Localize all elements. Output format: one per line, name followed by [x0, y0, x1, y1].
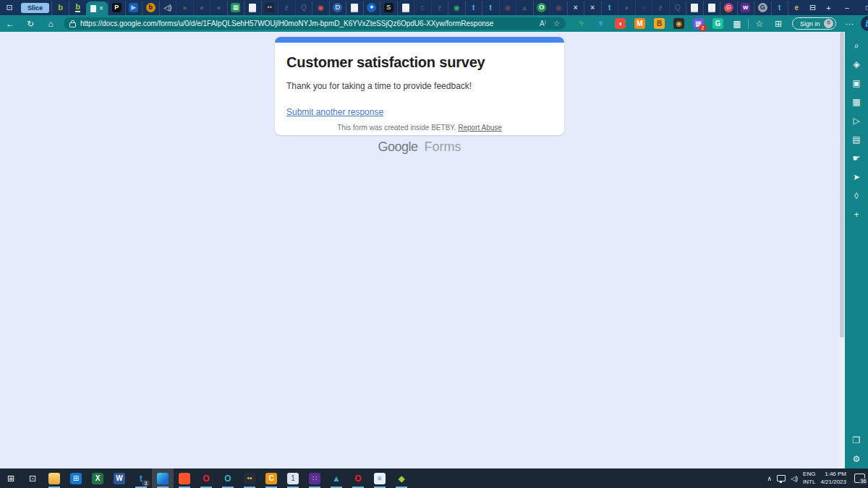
settings-more-icon[interactable]: ···: [841, 19, 859, 29]
tab-document[interactable]: [686, 1, 703, 15]
tab-twitter[interactable]: t: [482, 1, 499, 15]
ext-red-ball[interactable]: ◖: [610, 15, 630, 32]
tab-video-player[interactable]: ▶: [125, 1, 142, 15]
tab-circle-dim[interactable]: ○: [635, 1, 652, 15]
tab-close-icon[interactable]: ×: [99, 4, 103, 12]
sidebar-panel-icon[interactable]: ❐: [845, 431, 868, 450]
notification-center-icon[interactable]: 36: [854, 474, 865, 483]
back-button[interactable]: ←: [0, 19, 20, 29]
word[interactable]: W: [109, 468, 130, 488]
ext-gold-coin[interactable]: B: [650, 15, 669, 32]
microsoft-store[interactable]: ⊞: [65, 468, 87, 488]
tab-green-circle[interactable]: ◉: [448, 1, 465, 15]
tab-dot-brown-1[interactable]: ●: [176, 1, 193, 15]
tray-chevron-icon[interactable]: ∧: [767, 475, 773, 482]
tab-red-dim[interactable]: ◉: [499, 1, 516, 15]
c-circle-app[interactable]: C: [260, 468, 282, 488]
brave-browser[interactable]: [174, 468, 195, 488]
tab-o-green[interactable]: O: [533, 1, 550, 15]
edge-browser[interactable]: [152, 468, 174, 488]
sidebar-search-icon[interactable]: ⌕: [845, 36, 868, 55]
tab-document[interactable]: [244, 1, 261, 15]
new-tab-button[interactable]: +: [821, 4, 837, 12]
sidebar-video-icon[interactable]: ▷: [845, 111, 868, 130]
ext-purple-wallet[interactable]: ▦2: [689, 15, 708, 32]
sidebar-send-icon[interactable]: ➤: [845, 168, 868, 187]
tab-e-gold[interactable]: e: [788, 1, 805, 15]
url-text[interactable]: https://docs.google.com/forms/u/0/d/e/1F…: [80, 20, 535, 27]
file-explorer[interactable]: [43, 468, 65, 488]
tab-twitter[interactable]: t: [771, 1, 788, 15]
excel[interactable]: X: [87, 468, 109, 488]
tab-instagram[interactable]: ⊙: [720, 1, 737, 15]
tab-x-gray[interactable]: ×: [584, 1, 601, 15]
tab-green-grid[interactable]: ▦: [227, 1, 244, 15]
favorites-star-icon[interactable]: ☆: [750, 19, 769, 29]
minimize-button[interactable]: –: [837, 0, 858, 15]
clock[interactable]: 1:46 PM 4/21/2023: [820, 471, 846, 486]
tab-red-circle[interactable]: ◉: [312, 1, 329, 15]
refresh-button[interactable]: ↻: [20, 19, 41, 29]
tab-g-gray[interactable]: G: [754, 1, 771, 15]
active-tab[interactable]: ×: [86, 1, 108, 15]
tab-w-purple[interactable]: w: [737, 1, 754, 15]
tab-triangle-green[interactable]: ▲: [516, 1, 533, 15]
tab-document[interactable]: [346, 1, 363, 15]
sidebar-add-icon[interactable]: +: [845, 205, 868, 224]
tab-two-dots[interactable]: ••: [261, 1, 278, 15]
opera-browser-2[interactable]: O: [347, 468, 369, 488]
purple-grid-app[interactable]: ∷: [304, 468, 326, 488]
tab-z-purple[interactable]: ƶ: [278, 1, 295, 15]
twitter-app[interactable]: t3: [130, 468, 152, 488]
tab-twitter[interactable]: t: [601, 1, 618, 15]
tab-list-icon[interactable]: ⊟: [805, 3, 821, 12]
tab-z-dim[interactable]: ƶ: [652, 1, 669, 15]
ext-grammarly[interactable]: G: [708, 15, 728, 32]
submit-another-response-link[interactable]: Submit another response: [286, 107, 383, 117]
pinned-tab-b2[interactable]: b: [69, 1, 86, 15]
tab-x-gray[interactable]: ×: [567, 1, 584, 15]
tab-dot-brown-2[interactable]: ●: [193, 1, 210, 15]
tab-p[interactable]: P: [108, 1, 125, 15]
read-aloud-icon[interactable]: A⁾: [540, 20, 546, 27]
tab-blue-star[interactable]: ✦: [363, 1, 380, 15]
tab-dot-dim[interactable]: ●: [618, 1, 635, 15]
window-1-app[interactable]: 1: [282, 468, 304, 488]
sidebar-image-icon[interactable]: ▤: [845, 130, 868, 149]
ext-lightning[interactable]: ϟ: [571, 15, 591, 32]
ext-metamask-fox[interactable]: M: [630, 15, 650, 32]
sidebar-settings-gear-icon[interactable]: ⚙: [845, 450, 868, 468]
sidebar-games-icon[interactable]: ▦: [845, 93, 868, 111]
tab-red-dim[interactable]: ◉: [550, 1, 567, 15]
task-view-button[interactable]: ⊡: [22, 468, 43, 488]
bing-discover-icon[interactable]: b: [861, 16, 868, 31]
notepad-app[interactable]: ≡: [369, 468, 391, 488]
tab-dot-brown-3[interactable]: ●: [210, 1, 227, 15]
ext-shield[interactable]: ▼: [591, 15, 610, 32]
tab-b-coin[interactable]: b: [142, 1, 159, 15]
tab-s-black[interactable]: S: [380, 1, 397, 15]
tab-document[interactable]: [703, 1, 720, 15]
page-scrollbar[interactable]: [839, 32, 845, 468]
bluestacks-app[interactable]: ◆: [391, 468, 412, 488]
sidebar-drop-icon[interactable]: ◊: [845, 187, 868, 205]
workspace-tab-slice[interactable]: Slice: [21, 3, 49, 13]
sidebar-hand-icon[interactable]: ☛: [845, 149, 868, 168]
sidebar-tools-icon[interactable]: ▣: [845, 74, 868, 93]
maximize-button[interactable]: □: [858, 0, 868, 15]
report-abuse-link[interactable]: Report Abuse: [458, 124, 502, 132]
language-indicator[interactable]: ENG INTL: [803, 471, 815, 486]
sidebar-shopping-tag-icon[interactable]: ◈: [845, 55, 868, 74]
opera-gx-browser[interactable]: O: [217, 468, 239, 488]
start-button[interactable]: ⊞: [0, 468, 22, 488]
pinned-tab-b1[interactable]: b: [51, 1, 69, 15]
sign-in-button[interactable]: Sign in: [792, 17, 836, 30]
address-bar[interactable]: https://docs.google.com/forms/u/0/d/e/1F…: [64, 17, 566, 30]
scrollbar-thumb[interactable]: [840, 32, 844, 338]
extensions-puzzle-icon[interactable]: ▩: [728, 19, 746, 29]
tab-c-dim[interactable]: c: [414, 1, 431, 15]
volume-icon[interactable]: ◁): [791, 475, 798, 482]
dark-pill-app[interactable]: ••: [239, 468, 260, 488]
tab-document[interactable]: [397, 1, 414, 15]
collections-icon[interactable]: ⊞: [769, 19, 788, 29]
